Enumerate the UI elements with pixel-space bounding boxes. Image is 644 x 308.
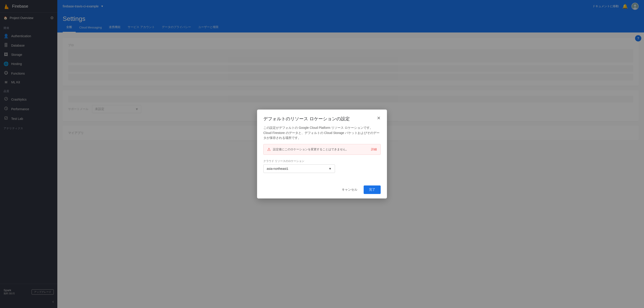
modal-body: デフォルトのリソース ロケーションの設定 ✕ この設定がデフォルトの Googl… (257, 110, 387, 182)
modal-footer: キャンセル 完了 (257, 182, 387, 198)
location-modal: デフォルトのリソース ロケーションの設定 ✕ この設定がデフォルトの Googl… (257, 110, 387, 198)
location-field-label: クラウド リソースのロケーション (263, 159, 381, 163)
modal-title: デフォルトのリソース ロケーションの設定 (263, 116, 350, 122)
cancel-button[interactable]: キャンセル (338, 186, 361, 194)
location-select[interactable]: asia-northeast1 ▼ (263, 164, 335, 173)
select-arrow-icon: ▼ (328, 167, 332, 170)
warning-text: 設定後にこのロケーションを変更することはできません。 (273, 148, 349, 152)
warning-box: ⚠ 設定後にこのロケーションを変更することはできません。 詳細 (263, 144, 381, 155)
modal-header: デフォルトのリソース ロケーションの設定 ✕ (263, 116, 381, 122)
complete-button[interactable]: 完了 (364, 186, 381, 194)
location-value: asia-northeast1 (267, 167, 288, 170)
modal-close-button[interactable]: ✕ (373, 116, 381, 120)
warning-icon: ⚠ (267, 147, 271, 152)
modal-overlay: デフォルトのリソース ロケーションの設定 ✕ この設定がデフォルトの Googl… (0, 0, 644, 308)
warning-left: ⚠ 設定後にこのロケーションを変更することはできません。 (267, 147, 349, 152)
warning-detail-link[interactable]: 詳細 (371, 148, 377, 152)
modal-description: この設定がデフォルトの Google Cloud Platform リソース ロ… (263, 125, 381, 140)
